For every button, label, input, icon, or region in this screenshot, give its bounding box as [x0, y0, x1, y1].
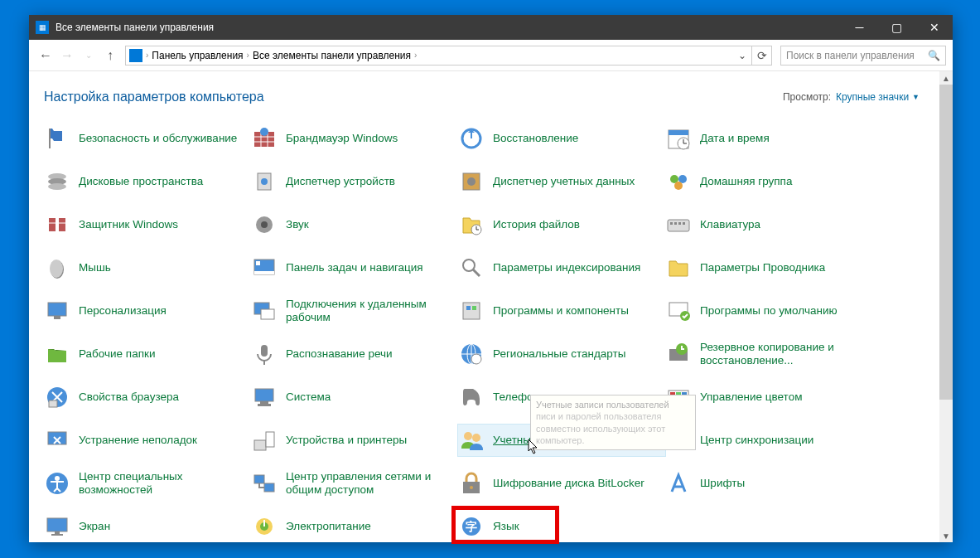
cp-item-browser[interactable]: Свойства браузера — [44, 381, 251, 413]
cp-item-backup[interactable]: Резервное копирование и восстановление..… — [665, 338, 872, 370]
cp-item-disks[interactable]: Дисковые пространства — [44, 166, 251, 197]
cp-item-label: Восстановление — [493, 132, 578, 145]
cp-item-accessibility[interactable]: Центр специальных возможностей — [44, 468, 251, 499]
cp-item-display[interactable]: Экран — [44, 511, 251, 542]
accessibility-icon — [44, 470, 70, 497]
cp-item-label: Дата и время — [700, 132, 770, 145]
cp-item-taskbar[interactable]: Панель задач и навигация — [251, 252, 458, 284]
view-dropdown[interactable]: Крупные значки ▼ — [836, 91, 920, 103]
cp-item-label: Свойства браузера — [79, 391, 179, 404]
svg-rect-26 — [683, 222, 685, 225]
cp-item-power[interactable]: Электропитание — [251, 511, 458, 542]
defender-icon — [44, 211, 70, 238]
cp-item-devices[interactable]: Устройства и принтеры — [251, 425, 458, 456]
cp-item-datetime[interactable]: Дата и время — [665, 123, 872, 154]
cp-item-label: Подключения к удаленным рабочим — [286, 298, 451, 324]
cp-item-defender[interactable]: Защитник Windows — [44, 209, 251, 240]
cp-item-label: Система — [286, 391, 331, 404]
cp-item-safe[interactable]: Диспетчер учетных данных — [458, 166, 665, 197]
svg-point-2 — [260, 128, 268, 136]
cp-item-bitlocker[interactable]: Шифрование диска BitLocker — [458, 468, 665, 499]
svg-point-28 — [50, 260, 63, 278]
up-button[interactable]: ↑ — [100, 46, 120, 66]
mouse-icon — [44, 255, 70, 281]
address-dropdown[interactable]: ⌄ — [733, 50, 751, 61]
back-button[interactable]: ← — [36, 46, 56, 66]
cp-item-firewall[interactable]: Брандмауэр Windows — [251, 123, 458, 154]
cp-item-devmgr[interactable]: Диспетчер устройств — [251, 166, 458, 197]
cp-item-label: Брандмауэр Windows — [286, 132, 398, 145]
svg-rect-37 — [463, 303, 480, 319]
cp-item-remote[interactable]: Подключения к удаленным рабочим — [251, 295, 458, 327]
page-title: Настройка параметров компьютера — [44, 90, 783, 104]
cp-item-troubleshoot[interactable]: Устранение неполадок — [44, 425, 251, 456]
index-icon — [458, 255, 485, 281]
phone-icon — [458, 384, 485, 410]
defaultprog-icon — [665, 298, 692, 324]
cp-item-speech[interactable]: Распознавание речи — [251, 338, 458, 370]
cp-item-sync[interactable]: Центр синхронизации — [665, 425, 872, 456]
keyboard-icon — [665, 211, 692, 238]
svg-rect-33 — [48, 303, 66, 316]
cp-item-language[interactable]: 字Язык — [458, 511, 665, 542]
cp-item-recovery[interactable]: Восстановление — [458, 123, 665, 154]
svg-point-32 — [463, 260, 475, 271]
tooltip-title: Учетные записи пользователей — [536, 399, 690, 410]
recent-dropdown[interactable]: ⌄ — [79, 46, 99, 66]
cp-item-index[interactable]: Параметры индексирования — [458, 252, 665, 284]
search-input[interactable]: Поиск в панели управления 🔍 — [780, 46, 946, 66]
breadcrumb-root[interactable]: Панель управления — [148, 50, 246, 61]
svg-rect-42 — [261, 345, 268, 357]
svg-rect-36 — [261, 309, 274, 319]
cp-item-defaultprog[interactable]: Программы по умолчанию — [665, 295, 872, 327]
scroll-up-button[interactable]: ▲ — [939, 71, 953, 85]
svg-rect-0 — [49, 129, 51, 148]
recovery-icon — [458, 125, 485, 152]
svg-point-69 — [470, 486, 473, 489]
cp-item-programs[interactable]: Программы и компоненты — [458, 295, 665, 327]
maximize-button[interactable]: ▢ — [878, 15, 915, 40]
cp-item-label: Клавиатура — [700, 218, 760, 231]
svg-point-65 — [55, 476, 60, 481]
address-icon — [129, 49, 142, 62]
safe-icon — [458, 168, 485, 195]
cp-item-filehistory[interactable]: История файлов — [458, 209, 665, 240]
cp-item-label: Мышь — [79, 261, 111, 274]
svg-point-13 — [467, 177, 476, 186]
minimize-button[interactable]: ─ — [841, 15, 878, 40]
tooltip-body: писи и паролей пользователя совместно ис… — [536, 410, 690, 446]
cp-item-color[interactable]: Управление цветом — [665, 381, 872, 413]
chevron-icon[interactable]: › — [414, 51, 417, 60]
cp-item-personalize[interactable]: Персонализация — [44, 295, 251, 327]
scroll-thumb[interactable] — [939, 85, 953, 400]
refresh-button[interactable]: ⟳ — [751, 46, 771, 66]
cp-item-homegroup[interactable]: Домашняя группа — [665, 166, 872, 197]
cp-item-label: Звук — [286, 218, 309, 231]
scrollbar[interactable]: ▲ ▼ — [939, 71, 953, 542]
cp-item-fonts[interactable]: Шрифты — [665, 468, 872, 499]
forward-button[interactable]: → — [57, 46, 77, 66]
svg-point-20 — [261, 221, 268, 228]
svg-rect-67 — [264, 483, 274, 492]
cp-item-flag[interactable]: Безопасность и обслуживание — [44, 123, 251, 154]
close-button[interactable]: ✕ — [915, 15, 953, 40]
cp-item-label: Программы по умолчанию — [700, 304, 838, 318]
cp-item-label: Устройства и принтеры — [286, 434, 407, 447]
cp-item-mouse[interactable]: Мышь — [44, 252, 251, 284]
cp-item-workfolders[interactable]: Рабочие папки — [44, 338, 251, 370]
cp-item-label: Региональные стандарты — [493, 347, 625, 361]
address-bar[interactable]: › Панель управления › Все элементы панел… — [125, 46, 772, 66]
cp-item-system[interactable]: Система — [251, 381, 458, 413]
items-grid: Безопасность и обслуживаниеБрандмауэр Wi… — [44, 123, 938, 542]
svg-rect-71 — [55, 531, 60, 534]
cp-item-keyboard[interactable]: Клавиатура — [665, 209, 872, 240]
cp-item-folderopt[interactable]: Параметры Проводника — [665, 252, 872, 284]
taskbar-icon — [251, 255, 278, 281]
cp-item-network[interactable]: Центр управления сетями и общим доступом — [251, 468, 458, 499]
window-title: Все элементы панели управления — [56, 22, 841, 33]
display-icon — [44, 513, 70, 540]
cp-item-sound[interactable]: Звук — [251, 209, 458, 240]
cp-item-region[interactable]: Региональные стандарты — [458, 338, 665, 370]
scroll-down-button[interactable]: ▼ — [939, 529, 953, 542]
breadcrumb-sub[interactable]: Все элементы панели управления — [249, 50, 414, 61]
